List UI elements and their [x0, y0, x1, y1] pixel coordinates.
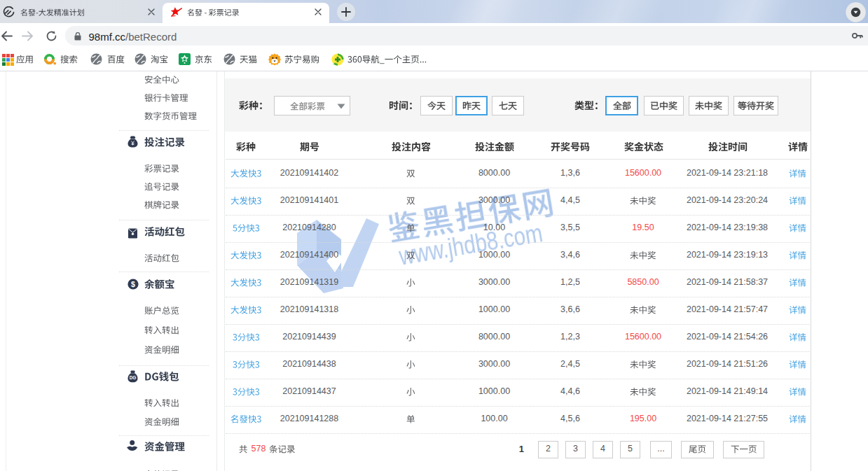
svg-text:$: $: [131, 280, 135, 288]
svg-text:DG: DG: [130, 375, 137, 380]
